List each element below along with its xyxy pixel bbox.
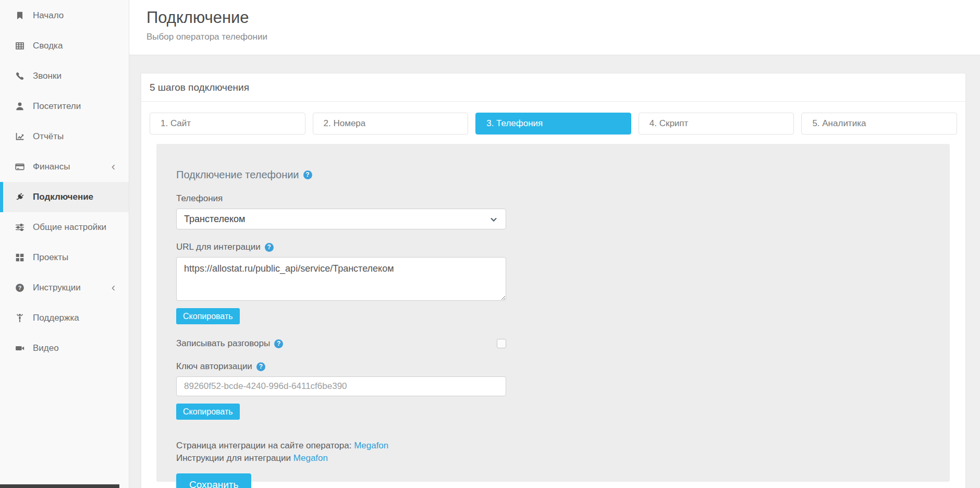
section-title: Подключение телефонии ?	[176, 169, 950, 181]
sidebar-item-visitors[interactable]: Посетители	[0, 91, 129, 121]
telephony-select[interactable]: Транстелеком	[176, 209, 506, 229]
sidebar-item-label: Отчёты	[33, 131, 64, 142]
record-calls-checkbox[interactable]	[497, 339, 506, 348]
credit-card-icon	[15, 162, 25, 172]
copy-url-button[interactable]: Скопировать	[176, 308, 240, 324]
auth-key-label: Ключ авторизации ?	[176, 361, 950, 372]
page-title: Подключение	[146, 8, 980, 27]
telephony-select-value: Транстелеком	[184, 214, 245, 225]
integration-url-textarea[interactable]: https://allostat.ru/public_api/service/Т…	[176, 257, 506, 301]
tab-numbers[interactable]: 2. Номера	[313, 113, 469, 135]
help-icon[interactable]: ?	[274, 339, 283, 348]
record-calls-row: Записывать разговоры ?	[176, 338, 506, 349]
sidebar-item-label: Общие настройки	[33, 222, 106, 233]
phone-icon	[15, 71, 25, 81]
sidebar-item-label: Посетители	[33, 101, 81, 112]
wizard-card-title: 5 шагов подключения	[141, 74, 965, 102]
sidebar-item-finances[interactable]: Финансы ‹	[0, 152, 129, 182]
app-root: Начало Сводка Звонки Посетители Отчёты	[0, 0, 980, 488]
sidebar-item-video[interactable]: Видео	[0, 333, 129, 363]
page-subtitle: Выбор оператора телефонии	[146, 32, 980, 42]
sidebar-item-summary[interactable]: Сводка	[0, 31, 129, 61]
chart-line-icon	[15, 131, 25, 142]
telephony-panel: Подключение телефонии ? Телефония Транст…	[156, 144, 950, 482]
grid-icon	[15, 252, 25, 263]
bookmark-icon	[15, 10, 25, 21]
instructions-line: Инструкции для интеграции Megafon	[176, 452, 950, 465]
sidebar-item-label: Начало	[33, 10, 64, 21]
sidebar: Начало Сводка Звонки Посетители Отчёты	[0, 0, 129, 488]
help-icon[interactable]: ?	[256, 362, 265, 371]
help-icon[interactable]: ?	[303, 170, 312, 179]
chevron-collapse-icon[interactable]: ‹	[112, 282, 115, 294]
table-icon	[15, 41, 25, 51]
url-label: URL для интеграции ?	[176, 242, 950, 252]
sidebar-item-label: Поддержка	[33, 313, 79, 323]
record-calls-label: Записывать разговоры ?	[176, 338, 283, 349]
chevron-down-icon	[489, 215, 498, 227]
svg-text:?: ?	[18, 285, 22, 291]
sidebar-item-calls[interactable]: Звонки	[0, 61, 129, 91]
question-circle-icon: ?	[15, 283, 25, 293]
operator-page-line: Страница интеграции на сайте оператора: …	[176, 440, 950, 452]
sidebar-bottom-bar	[0, 484, 119, 488]
section-title-text: Подключение телефонии	[176, 169, 299, 181]
auth-key-input[interactable]	[176, 376, 506, 396]
content-background: 5 шагов подключения 1. Сайт 2. Номера 3.…	[129, 55, 980, 488]
chevron-collapse-icon[interactable]: ‹	[112, 161, 115, 173]
tab-script[interactable]: 4. Скрипт	[639, 113, 794, 135]
main-area: Подключение Выбор оператора телефонии 5 …	[129, 0, 980, 488]
video-camera-icon	[15, 343, 25, 353]
instructions-link[interactable]: Megafon	[293, 453, 328, 463]
sidebar-item-connection[interactable]: Подключение	[0, 182, 129, 212]
page-header: Подключение Выбор оператора телефонии	[129, 0, 980, 55]
sidebar-item-support[interactable]: Поддержка	[0, 303, 129, 333]
sidebar-item-label: Подключение	[33, 192, 93, 202]
sidebar-item-general-settings[interactable]: Общие настройки	[0, 212, 129, 242]
sidebar-item-projects[interactable]: Проекты	[0, 242, 129, 273]
copy-key-button[interactable]: Скопировать	[176, 404, 240, 420]
sidebar-item-label: Финансы	[33, 162, 70, 172]
wizard-steps: 1. Сайт 2. Номера 3. Телефония 4. Скрипт…	[150, 113, 957, 135]
plug-icon	[15, 192, 25, 202]
sliders-icon	[15, 222, 25, 233]
wizard-card: 5 шагов подключения 1. Сайт 2. Номера 3.…	[141, 73, 966, 488]
sidebar-item-instructions[interactable]: ? Инструкции ‹	[0, 273, 129, 303]
user-icon	[15, 101, 25, 112]
tab-site[interactable]: 1. Сайт	[150, 113, 305, 135]
tab-telephony[interactable]: 3. Телефония	[475, 113, 631, 135]
sidebar-item-label: Видео	[33, 343, 59, 353]
sidebar-item-label: Проекты	[33, 252, 68, 263]
operator-page-link[interactable]: Megafon	[354, 441, 388, 450]
help-icon[interactable]: ?	[265, 243, 274, 252]
sidebar-item-home[interactable]: Начало	[0, 1, 129, 31]
save-button[interactable]: Сохранить	[176, 473, 251, 488]
tab-analytics[interactable]: 5. Аналитика	[801, 113, 957, 135]
sidebar-item-label: Инструкции	[33, 283, 81, 293]
sidebar-item-reports[interactable]: Отчёты	[0, 121, 129, 152]
telephony-label: Телефония	[176, 193, 950, 204]
sidebar-item-label: Сводка	[33, 41, 63, 51]
sidebar-item-label: Звонки	[33, 71, 62, 81]
support-person-icon	[15, 313, 25, 323]
operator-links: Страница интеграции на сайте оператора: …	[176, 440, 950, 465]
